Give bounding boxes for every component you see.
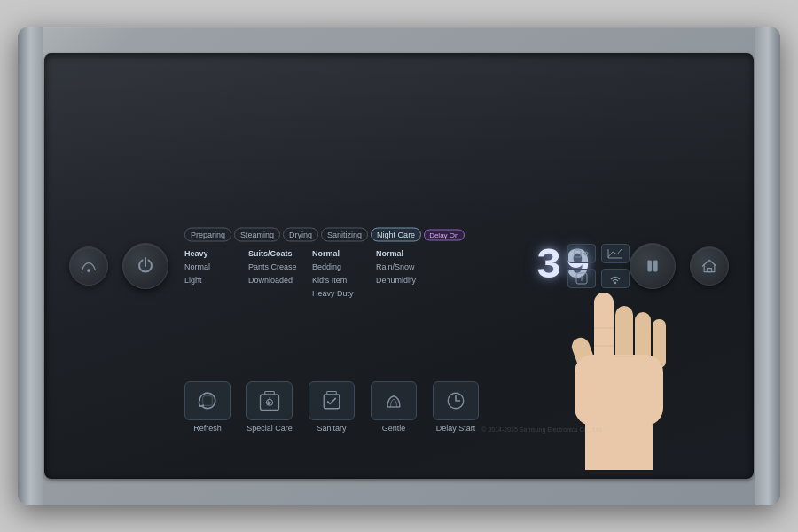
refresh-button[interactable]: Refresh <box>184 381 231 433</box>
cycle-item[interactable]: Normal <box>184 262 238 271</box>
svg-rect-15 <box>594 293 614 364</box>
panel-content: Preparing Steaming Drying Sanitizing Nig… <box>44 53 754 479</box>
cycle-item[interactable]: Normal <box>376 249 429 258</box>
cycle-item[interactable]: Bedding <box>312 262 365 271</box>
cycle-options: Heavy Normal Light Suits/Coats Pants Cre… <box>184 249 504 298</box>
svg-rect-16 <box>615 306 633 368</box>
svg-rect-20 <box>575 355 663 426</box>
watermark-text: © 2014-2015 Samsung Electronics Co., Ltd… <box>481 426 603 433</box>
tab-steaming[interactable]: Steaming <box>234 228 280 242</box>
cycle-col-4: Normal Rain/Snow Dehumidify <box>376 249 429 298</box>
svg-rect-8 <box>203 396 213 406</box>
power-button-area <box>122 243 168 289</box>
refresh-icon <box>195 388 220 413</box>
sanitary-icon-box <box>309 381 355 420</box>
delay-start-icon-box <box>433 381 479 420</box>
cycle-item[interactable]: Rain/Snow <box>376 262 429 271</box>
gentle-label: Gentle <box>382 424 406 433</box>
home-button-area <box>690 246 729 286</box>
tab-preparing[interactable]: Preparing <box>184 228 231 242</box>
wifi-icon[interactable] <box>601 269 630 288</box>
cycle-item[interactable]: Kid's Item <box>312 276 365 285</box>
svg-rect-21 <box>585 408 653 470</box>
svg-rect-7 <box>708 269 712 272</box>
sanitary-icon <box>319 388 344 413</box>
svg-rect-18 <box>653 319 666 368</box>
home-button[interactable] <box>690 246 729 286</box>
cycle-item[interactable]: Normal <box>312 249 365 258</box>
delay-start-icon <box>443 388 468 413</box>
appliance-outer: Preparing Steaming Drying Sanitizing Nig… <box>18 27 780 505</box>
svg-rect-6 <box>654 261 657 271</box>
special-care-label: Special Care <box>246 424 293 433</box>
cycle-item[interactable]: Pants Crease <box>248 262 301 271</box>
svg-rect-1 <box>575 250 581 257</box>
cycle-item[interactable]: Heavy Duty <box>312 289 365 298</box>
special-care-button[interactable]: ★ Special Care <box>246 381 293 433</box>
cycle-item[interactable]: Heavy <box>184 249 238 258</box>
cycle-item[interactable]: Downloaded <box>248 276 301 285</box>
delay-start-label: Delay Start <box>436 424 476 433</box>
sanitary-button[interactable]: Sanitary <box>309 381 355 433</box>
svg-point-0 <box>88 270 90 272</box>
special-care-icon: ★ <box>257 388 282 413</box>
cycle-col-3: Normal Bedding Kid's Item Heavy Duty <box>312 249 365 298</box>
refresh-icon-box <box>184 381 231 420</box>
left-circle-button[interactable] <box>69 246 108 286</box>
svg-text:★: ★ <box>267 401 270 405</box>
tab-night-care[interactable]: Night Care <box>371 228 421 242</box>
home-icon <box>700 257 718 275</box>
center-panel: Preparing Steaming Drying Sanitizing Nig… <box>184 228 504 305</box>
play-pause-button[interactable] <box>630 243 676 289</box>
cycle-col-2: Suits/Coats Pants Crease Downloaded <box>248 249 301 298</box>
play-pause-icon <box>644 257 661 275</box>
power-icon <box>135 255 156 277</box>
cycle-col-1: Heavy Normal Light <box>184 249 238 298</box>
cycle-item[interactable]: Light <box>184 276 238 285</box>
svg-rect-19 <box>569 335 601 383</box>
hand-pointer-overlay <box>541 275 683 452</box>
refresh-label: Refresh <box>193 424 222 433</box>
left-icon-area <box>69 246 108 286</box>
svg-rect-5 <box>648 261 651 271</box>
delay-start-button[interactable]: Delay Start <box>433 381 479 433</box>
sanitary-label: Sanitary <box>317 424 346 433</box>
gentle-icon <box>381 388 406 413</box>
gentle-icon-box <box>371 381 417 420</box>
fill-water-icon[interactable] <box>567 244 596 263</box>
svg-rect-17 <box>635 312 651 370</box>
control-panel: Preparing Steaming Drying Sanitizing Nig… <box>44 53 754 479</box>
mode-tabs-row: Preparing Steaming Drying Sanitizing Nig… <box>184 228 504 242</box>
tab-sanitizing[interactable]: Sanitizing <box>321 228 368 242</box>
cycle-item[interactable]: Suits/Coats <box>248 249 301 258</box>
remote-icon[interactable] <box>567 269 596 288</box>
side-icons-grid <box>567 244 630 288</box>
hand-svg <box>541 275 683 470</box>
play-pause-area <box>630 243 676 289</box>
special-care-icon-box: ★ <box>246 381 293 420</box>
tab-drying[interactable]: Drying <box>283 228 318 242</box>
cycle-item[interactable]: Dehumidify <box>376 276 429 285</box>
gentle-button[interactable]: Gentle <box>371 381 417 433</box>
delay-on-badge: Delay On <box>424 229 464 240</box>
svg-point-4 <box>614 282 616 284</box>
graph-icon[interactable] <box>601 244 630 263</box>
signal-icon <box>80 257 98 275</box>
power-button[interactable] <box>122 243 168 289</box>
bottom-buttons-row: Refresh ★ Special Care <box>184 381 479 433</box>
